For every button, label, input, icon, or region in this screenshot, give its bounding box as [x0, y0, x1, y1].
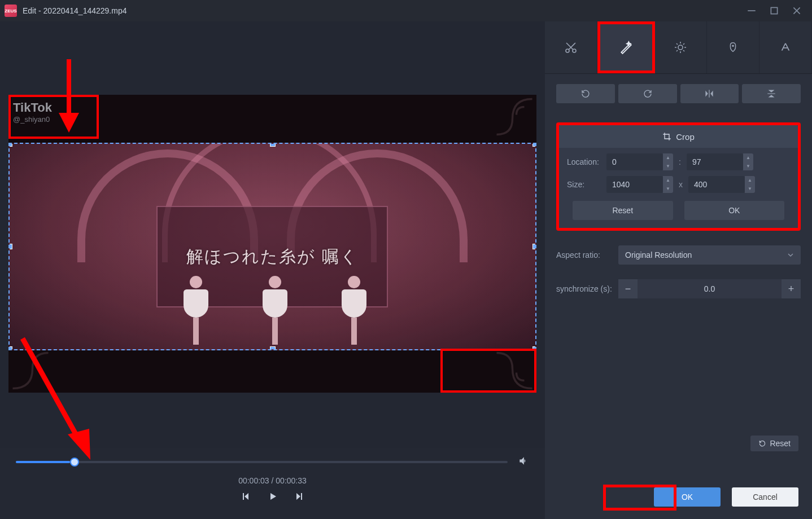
- sync-value[interactable]: 0.0: [638, 279, 782, 298]
- tiktok-watermark: TikTok @_shiyan0: [8, 95, 99, 139]
- side-panel: Crop Location: ▲▼ : ▲▼ Size: ▲▼ x ▲▼: [545, 21, 812, 519]
- cancel-button[interactable]: Cancel: [732, 487, 798, 507]
- crop-h-spinner[interactable]: ▲▼: [745, 176, 755, 193]
- ornament-icon: [11, 351, 50, 390]
- flip-horizontal-button[interactable]: [680, 84, 739, 103]
- video-subtitle: 解ほつれた糸が 嘱く: [10, 245, 535, 269]
- svg-point-6: [678, 45, 683, 50]
- next-frame-button[interactable]: [295, 492, 304, 503]
- watermark-handle: @_shiyan0: [13, 115, 94, 124]
- crop-selection[interactable]: 解ほつれた糸が 嘱く: [8, 143, 536, 350]
- crop-panel-header: Crop: [559, 125, 798, 148]
- crop-handle-e[interactable]: [532, 244, 536, 249]
- crop-reset-button[interactable]: Reset: [573, 201, 673, 220]
- aspect-ratio-select[interactable]: Original Resolution: [618, 245, 801, 265]
- minimize-button[interactable]: [746, 6, 757, 16]
- coord-separator: :: [679, 157, 681, 166]
- crop-w-spinner[interactable]: ▲▼: [663, 176, 673, 193]
- tab-cut[interactable]: [545, 21, 597, 73]
- rotate-cw-button[interactable]: [618, 84, 677, 103]
- global-reset-button[interactable]: Reset: [750, 436, 798, 451]
- crop-x-input[interactable]: [606, 153, 663, 170]
- watermark-brand: TikTok: [13, 100, 94, 115]
- crop-ok-button[interactable]: OK: [684, 201, 785, 220]
- close-button[interactable]: [792, 6, 802, 16]
- prev-frame-button[interactable]: [241, 492, 250, 503]
- preview-pane: TikTok @_shiyan0 解ほつれた糸が 嘱く: [0, 21, 545, 519]
- crop-y-input[interactable]: [687, 153, 743, 170]
- crop-handle-nw[interactable]: [8, 143, 12, 147]
- ornament-icon: [495, 97, 534, 137]
- time-display: 00:00:03 / 00:00:33: [0, 476, 545, 492]
- crop-x-spinner[interactable]: ▲▼: [663, 153, 673, 170]
- app-logo-icon: ZEUS: [5, 5, 17, 17]
- timeline-progress: [16, 461, 70, 463]
- timeline-thumb[interactable]: [70, 458, 79, 467]
- rotate-ccw-button[interactable]: [556, 84, 615, 103]
- aspect-ratio-label: Aspect ratio:: [556, 250, 618, 260]
- crop-handle-n[interactable]: [270, 143, 276, 147]
- location-label: Location:: [567, 157, 606, 166]
- play-button[interactable]: [268, 492, 277, 503]
- flip-vertical-button[interactable]: [742, 84, 801, 103]
- size-label: Size:: [567, 180, 606, 189]
- crop-h-input[interactable]: [688, 176, 745, 193]
- tab-effects[interactable]: [597, 21, 655, 73]
- figure: [258, 276, 292, 349]
- tab-text[interactable]: [759, 21, 812, 73]
- crop-y-spinner[interactable]: ▲▼: [743, 153, 753, 170]
- annotation-box: [440, 349, 536, 393]
- volume-icon[interactable]: [518, 455, 529, 469]
- crop-handle-s[interactable]: [270, 346, 276, 350]
- global-reset-label: Reset: [770, 439, 791, 448]
- svg-point-7: [732, 45, 734, 47]
- tab-watermark[interactable]: [707, 21, 759, 73]
- tab-brightness[interactable]: [655, 21, 708, 73]
- crop-handle-w[interactable]: [8, 244, 12, 249]
- maximize-button[interactable]: [769, 6, 779, 16]
- crop-handle-sw[interactable]: [8, 346, 12, 350]
- sync-increment-button[interactable]: +: [782, 279, 801, 298]
- timeline-track[interactable]: [16, 461, 508, 463]
- video-area[interactable]: TikTok @_shiyan0 解ほつれた糸が 嘱く: [0, 21, 545, 448]
- size-separator: x: [679, 180, 683, 189]
- crop-panel: Crop Location: ▲▼ : ▲▼ Size: ▲▼ x ▲▼: [556, 122, 801, 231]
- ok-button[interactable]: OK: [654, 487, 721, 507]
- figure: [337, 276, 371, 349]
- svg-rect-1: [771, 7, 777, 14]
- crop-header-label: Crop: [676, 132, 695, 142]
- chevron-down-icon: [787, 252, 794, 258]
- titlebar: ZEUS Edit - 20220414_144229.mp4: [0, 0, 812, 21]
- crop-w-input[interactable]: [606, 176, 663, 193]
- tool-tabs: [545, 21, 812, 74]
- aspect-ratio-value: Original Resolution: [625, 250, 692, 260]
- crop-handle-ne[interactable]: [532, 143, 536, 147]
- sync-decrement-button[interactable]: −: [618, 279, 638, 298]
- synchronize-label: synchronize (s):: [556, 284, 618, 293]
- figure: [179, 276, 213, 349]
- window-title: Edit - 20220414_144229.mp4: [23, 6, 746, 15]
